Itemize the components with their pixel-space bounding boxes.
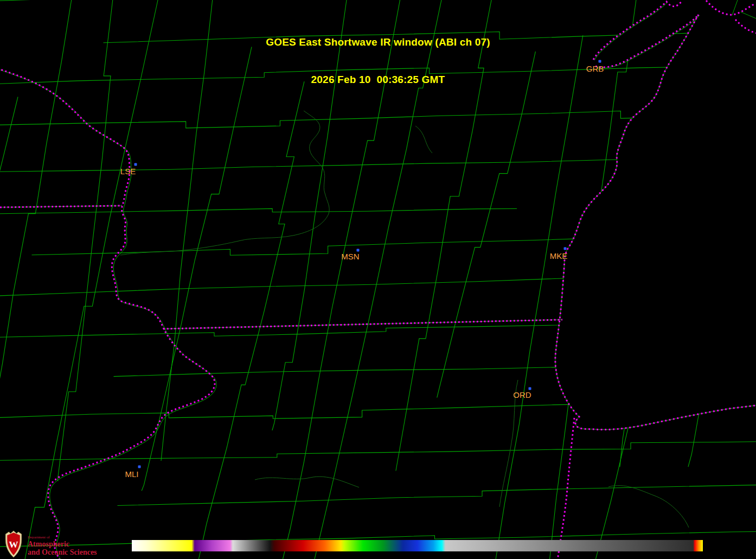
- city-dot-MKE: [564, 247, 567, 250]
- city-label-LSE: LSE: [120, 167, 136, 176]
- crest-letter: W: [9, 539, 18, 550]
- city-label-MLI: MLI: [125, 469, 138, 479]
- county-line: [0, 97, 18, 559]
- logo-name-line1: Atmospheric: [28, 541, 97, 548]
- city-dot-ORD: [529, 388, 531, 390]
- county-line: [118, 485, 756, 506]
- county-line: [0, 208, 517, 213]
- satellite-viewer: GRBLSEMSNMKEORDMLI GOES East Shortwave I…: [0, 0, 756, 559]
- color-scale-bar: [132, 540, 703, 551]
- city-dot-LSE: [134, 163, 137, 166]
- title-line1: GOES East Shortwave IR window (ABI ch 07…: [0, 36, 756, 48]
- aos-logo: W Department of Atmospheric and Oceanic …: [4, 530, 97, 558]
- city-marker-ORD: ORD: [513, 388, 531, 400]
- uw-crest-icon: W: [4, 530, 23, 558]
- logo-dept-line: Department of: [28, 536, 97, 539]
- city-label-ORD: ORD: [513, 390, 531, 399]
- logo-text: Department of Atmospheric and Oceanic Sc…: [28, 536, 97, 556]
- city-dot-MSN: [357, 249, 360, 252]
- mississippi-river-border: [0, 68, 215, 559]
- county-line: [198, 81, 304, 559]
- logo-name-line2: and Oceanic Sciences: [28, 549, 97, 556]
- il-in-border: [558, 418, 574, 559]
- county-line: [0, 0, 607, 1]
- city-marker-MKE: MKE: [550, 247, 568, 261]
- city-label-MSN: MSN: [341, 252, 359, 261]
- city-marker-LSE: LSE: [120, 163, 137, 176]
- wi-il-border: [163, 320, 562, 329]
- city-marker-MLI: MLI: [125, 466, 140, 479]
- county-line: [0, 160, 622, 172]
- city-dot-MLI: [138, 466, 141, 468]
- city-label-MKE: MKE: [550, 251, 568, 261]
- image-title: GOES East Shortwave IR window (ABI ch 07…: [0, 11, 756, 111]
- title-line2: 2026 Feb 10 00:36:25 GMT: [0, 73, 756, 86]
